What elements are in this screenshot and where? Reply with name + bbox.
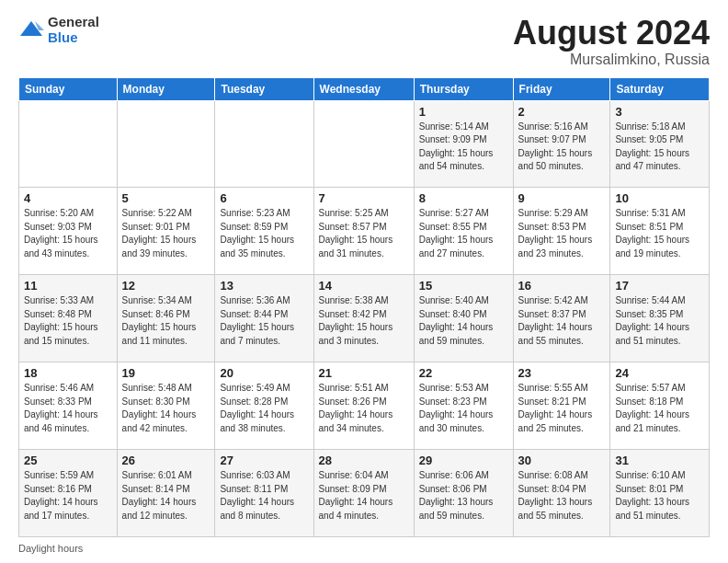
- day-info: Sunrise: 5:59 AM Sunset: 8:16 PM Dayligh…: [24, 469, 112, 523]
- day-number: 26: [122, 454, 210, 467]
- day-number: 4: [24, 191, 112, 205]
- day-number: 13: [220, 279, 308, 293]
- day-number: 14: [319, 279, 409, 293]
- calendar-cell: 29Sunrise: 6:06 AM Sunset: 8:06 PM Dayli…: [414, 450, 513, 537]
- logo-general-text: General: [48, 15, 99, 30]
- calendar-cell: 20Sunrise: 5:49 AM Sunset: 8:28 PM Dayli…: [215, 362, 313, 450]
- calendar-cell: 1Sunrise: 5:14 AM Sunset: 9:09 PM Daylig…: [414, 100, 513, 188]
- day-number: 20: [220, 366, 308, 380]
- calendar-cell: 26Sunrise: 6:01 AM Sunset: 8:14 PM Dayli…: [117, 450, 215, 537]
- page-header: General Blue August 2024 Mursalimkino, R…: [18, 15, 710, 68]
- day-header-friday: Friday: [513, 77, 610, 100]
- calendar-cell: [117, 100, 215, 188]
- day-info: Sunrise: 5:49 AM Sunset: 8:28 PM Dayligh…: [220, 382, 308, 435]
- day-number: 22: [419, 366, 508, 380]
- calendar-cell: 15Sunrise: 5:40 AM Sunset: 8:40 PM Dayli…: [414, 275, 513, 362]
- day-header-monday: Monday: [117, 77, 215, 100]
- day-info: Sunrise: 5:22 AM Sunset: 9:01 PM Dayligh…: [122, 207, 210, 260]
- day-info: Sunrise: 5:31 AM Sunset: 8:51 PM Dayligh…: [615, 207, 704, 260]
- calendar-cell: 23Sunrise: 5:55 AM Sunset: 8:21 PM Dayli…: [513, 362, 610, 450]
- day-number: 6: [220, 191, 308, 205]
- day-number: 3: [615, 105, 704, 119]
- calendar-cell: 5Sunrise: 5:22 AM Sunset: 9:01 PM Daylig…: [117, 188, 215, 275]
- month-title: August 2024: [513, 15, 710, 52]
- calendar-week-5: 25Sunrise: 5:59 AM Sunset: 8:16 PM Dayli…: [19, 450, 710, 537]
- calendar-table: SundayMondayTuesdayWednesdayThursdayFrid…: [18, 77, 710, 537]
- day-number: 23: [518, 366, 606, 380]
- day-info: Sunrise: 5:44 AM Sunset: 8:35 PM Dayligh…: [615, 294, 704, 348]
- calendar-cell: 30Sunrise: 6:08 AM Sunset: 8:04 PM Dayli…: [513, 450, 610, 537]
- footer: Daylight hours: [18, 543, 710, 554]
- day-number: 25: [24, 454, 112, 467]
- calendar-cell: 31Sunrise: 6:10 AM Sunset: 8:01 PM Dayli…: [610, 450, 710, 537]
- logo-icon: [18, 17, 44, 43]
- day-number: 11: [24, 279, 112, 293]
- day-header-saturday: Saturday: [610, 77, 710, 100]
- calendar-cell: 7Sunrise: 5:25 AM Sunset: 8:57 PM Daylig…: [313, 188, 414, 275]
- footer-text: Daylight hours: [18, 543, 83, 554]
- day-number: 18: [24, 366, 112, 380]
- calendar-cell: 28Sunrise: 6:04 AM Sunset: 8:09 PM Dayli…: [313, 450, 414, 537]
- day-header-sunday: Sunday: [19, 77, 118, 100]
- logo-blue-text: Blue: [48, 30, 99, 46]
- day-info: Sunrise: 5:36 AM Sunset: 8:44 PM Dayligh…: [220, 294, 308, 348]
- calendar-cell: 12Sunrise: 5:34 AM Sunset: 8:46 PM Dayli…: [117, 275, 215, 362]
- day-info: Sunrise: 6:08 AM Sunset: 8:04 PM Dayligh…: [518, 469, 606, 523]
- calendar-cell: 18Sunrise: 5:46 AM Sunset: 8:33 PM Dayli…: [19, 362, 118, 450]
- day-info: Sunrise: 5:20 AM Sunset: 9:03 PM Dayligh…: [24, 207, 112, 260]
- day-info: Sunrise: 5:57 AM Sunset: 8:18 PM Dayligh…: [615, 382, 704, 435]
- logo: General Blue: [18, 15, 99, 45]
- location: Mursalimkino, Russia: [513, 52, 710, 68]
- day-number: 1: [419, 105, 508, 119]
- day-info: Sunrise: 5:40 AM Sunset: 8:40 PM Dayligh…: [419, 294, 508, 348]
- day-header-tuesday: Tuesday: [215, 77, 313, 100]
- calendar-cell: 22Sunrise: 5:53 AM Sunset: 8:23 PM Dayli…: [414, 362, 513, 450]
- day-info: Sunrise: 5:18 AM Sunset: 9:05 PM Dayligh…: [615, 121, 704, 174]
- calendar-cell: 24Sunrise: 5:57 AM Sunset: 8:18 PM Dayli…: [610, 362, 710, 450]
- day-number: 12: [122, 279, 210, 293]
- day-number: 31: [615, 454, 704, 467]
- day-info: Sunrise: 5:38 AM Sunset: 8:42 PM Dayligh…: [319, 294, 409, 348]
- day-number: 24: [615, 366, 704, 380]
- calendar-week-2: 4Sunrise: 5:20 AM Sunset: 9:03 PM Daylig…: [19, 188, 710, 275]
- day-info: Sunrise: 5:55 AM Sunset: 8:21 PM Dayligh…: [518, 382, 606, 435]
- day-info: Sunrise: 6:01 AM Sunset: 8:14 PM Dayligh…: [122, 469, 210, 523]
- day-info: Sunrise: 5:48 AM Sunset: 8:30 PM Dayligh…: [122, 382, 210, 435]
- calendar-cell: 4Sunrise: 5:20 AM Sunset: 9:03 PM Daylig…: [19, 188, 118, 275]
- day-info: Sunrise: 5:25 AM Sunset: 8:57 PM Dayligh…: [319, 207, 409, 260]
- calendar-header-row: SundayMondayTuesdayWednesdayThursdayFrid…: [19, 77, 710, 100]
- day-number: 16: [518, 279, 606, 293]
- calendar-cell: [19, 100, 118, 188]
- calendar-cell: 14Sunrise: 5:38 AM Sunset: 8:42 PM Dayli…: [313, 275, 414, 362]
- day-info: Sunrise: 5:42 AM Sunset: 8:37 PM Dayligh…: [518, 294, 606, 348]
- day-info: Sunrise: 6:06 AM Sunset: 8:06 PM Dayligh…: [419, 469, 508, 523]
- calendar-cell: 21Sunrise: 5:51 AM Sunset: 8:26 PM Dayli…: [313, 362, 414, 450]
- calendar-cell: 2Sunrise: 5:16 AM Sunset: 9:07 PM Daylig…: [513, 100, 610, 188]
- day-number: 10: [615, 191, 704, 205]
- day-info: Sunrise: 5:14 AM Sunset: 9:09 PM Dayligh…: [419, 121, 508, 174]
- day-number: 21: [319, 366, 409, 380]
- day-number: 19: [122, 366, 210, 380]
- day-info: Sunrise: 5:46 AM Sunset: 8:33 PM Dayligh…: [24, 382, 112, 435]
- calendar-cell: 17Sunrise: 5:44 AM Sunset: 8:35 PM Dayli…: [610, 275, 710, 362]
- calendar-cell: 10Sunrise: 5:31 AM Sunset: 8:51 PM Dayli…: [610, 188, 710, 275]
- day-number: 27: [220, 454, 308, 467]
- day-number: 5: [122, 191, 210, 205]
- calendar-cell: 13Sunrise: 5:36 AM Sunset: 8:44 PM Dayli…: [215, 275, 313, 362]
- calendar-cell: 25Sunrise: 5:59 AM Sunset: 8:16 PM Dayli…: [19, 450, 118, 537]
- day-header-thursday: Thursday: [414, 77, 513, 100]
- day-number: 8: [419, 191, 508, 205]
- day-info: Sunrise: 5:23 AM Sunset: 8:59 PM Dayligh…: [220, 207, 308, 260]
- day-info: Sunrise: 6:10 AM Sunset: 8:01 PM Dayligh…: [615, 469, 704, 523]
- calendar-cell: 11Sunrise: 5:33 AM Sunset: 8:48 PM Dayli…: [19, 275, 118, 362]
- day-number: 9: [518, 191, 606, 205]
- day-info: Sunrise: 5:29 AM Sunset: 8:53 PM Dayligh…: [518, 207, 606, 260]
- day-info: Sunrise: 5:53 AM Sunset: 8:23 PM Dayligh…: [419, 382, 508, 435]
- calendar-week-4: 18Sunrise: 5:46 AM Sunset: 8:33 PM Dayli…: [19, 362, 710, 450]
- calendar-cell: 3Sunrise: 5:18 AM Sunset: 9:05 PM Daylig…: [610, 100, 710, 188]
- day-number: 28: [319, 454, 409, 467]
- day-number: 30: [518, 454, 606, 467]
- calendar-cell: 6Sunrise: 5:23 AM Sunset: 8:59 PM Daylig…: [215, 188, 313, 275]
- day-number: 17: [615, 279, 704, 293]
- day-info: Sunrise: 5:33 AM Sunset: 8:48 PM Dayligh…: [24, 294, 112, 348]
